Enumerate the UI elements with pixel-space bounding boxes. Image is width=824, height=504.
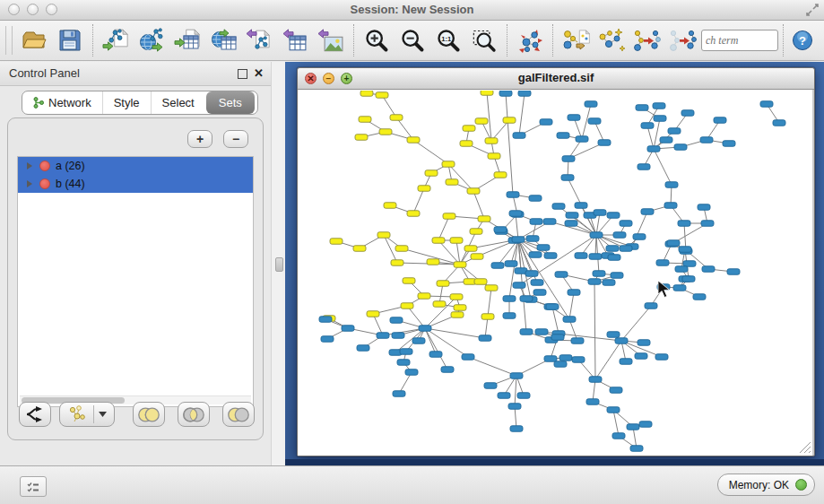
graph-node-blue[interactable] bbox=[638, 340, 650, 346]
graph-node-blue[interactable] bbox=[607, 213, 620, 219]
graph-node-blue[interactable] bbox=[546, 304, 559, 310]
graph-node-yellow[interactable] bbox=[367, 311, 379, 317]
graph-edge[interactable] bbox=[552, 307, 559, 334]
graph-edge[interactable] bbox=[647, 126, 654, 149]
graph-node-blue[interactable] bbox=[533, 290, 546, 296]
network-window-titlebar[interactable]: ✕ − + galFiltered.sif bbox=[298, 68, 814, 90]
graph-node-blue[interactable] bbox=[674, 144, 687, 151]
graph-node-yellow[interactable] bbox=[451, 312, 464, 318]
graph-node-blue[interactable] bbox=[357, 345, 369, 352]
graph-node-blue[interactable] bbox=[562, 156, 575, 162]
create-set-from-network-button[interactable] bbox=[59, 402, 115, 427]
graph-node-yellow[interactable] bbox=[407, 211, 420, 217]
network-graph[interactable] bbox=[298, 91, 812, 456]
graph-node-blue[interactable] bbox=[660, 137, 672, 143]
graph-node-blue[interactable] bbox=[606, 246, 619, 252]
graph-node-yellow[interactable] bbox=[425, 170, 438, 177]
graph-node-blue[interactable] bbox=[620, 359, 632, 365]
import-table-url-button[interactable] bbox=[206, 23, 240, 57]
graph-node-yellow[interactable] bbox=[481, 314, 494, 320]
graph-node-blue[interactable] bbox=[525, 271, 538, 277]
remove-set-button[interactable]: − bbox=[223, 130, 248, 148]
graph-node-blue[interactable] bbox=[441, 367, 454, 373]
graph-node-blue[interactable] bbox=[543, 219, 556, 225]
graph-node-yellow[interactable] bbox=[464, 246, 477, 252]
panel-divider[interactable] bbox=[271, 62, 286, 466]
graph-node-yellow[interactable] bbox=[460, 141, 473, 147]
graph-node-blue[interactable] bbox=[636, 105, 648, 111]
graph-node-yellow[interactable] bbox=[450, 294, 463, 300]
graph-node-yellow[interactable] bbox=[433, 301, 446, 308]
graph-node-blue[interactable] bbox=[510, 373, 523, 379]
graph-node-blue[interactable] bbox=[503, 296, 516, 302]
graph-node-blue[interactable] bbox=[630, 446, 643, 452]
graph-node-blue[interactable] bbox=[656, 260, 669, 266]
zoom-actual-size-button[interactable]: 1:1 bbox=[431, 23, 465, 57]
show-all-button[interactable] bbox=[666, 23, 700, 57]
graph-node-blue[interactable] bbox=[535, 329, 548, 335]
new-network-from-selection-button[interactable] bbox=[559, 23, 593, 57]
graph-node-blue[interactable] bbox=[603, 280, 615, 286]
graph-node-yellow[interactable] bbox=[443, 213, 455, 220]
zoom-window-button[interactable] bbox=[46, 4, 57, 15]
graph-node-blue[interactable] bbox=[585, 101, 597, 108]
graph-node-blue[interactable] bbox=[531, 280, 543, 286]
graph-node-blue[interactable] bbox=[526, 236, 539, 242]
split-set-button[interactable] bbox=[19, 402, 51, 427]
graph-node-blue[interactable] bbox=[610, 387, 622, 394]
graph-node-blue[interactable] bbox=[653, 103, 665, 109]
divider-handle[interactable] bbox=[275, 257, 283, 272]
graph-node-blue[interactable] bbox=[700, 137, 713, 143]
graph-node-yellow[interactable] bbox=[437, 281, 449, 287]
graph-node-yellow[interactable] bbox=[391, 260, 403, 266]
graph-node-blue[interactable] bbox=[668, 128, 681, 135]
close-panel-icon[interactable]: ✕ bbox=[254, 66, 264, 80]
graph-node-blue[interactable] bbox=[479, 335, 491, 342]
help-button[interactable]: ? bbox=[789, 23, 816, 57]
graph-node-yellow[interactable] bbox=[427, 259, 439, 265]
graph-node-blue[interactable] bbox=[571, 338, 584, 344]
graph-node-blue[interactable] bbox=[520, 296, 533, 302]
close-window-button[interactable] bbox=[8, 4, 20, 15]
graph-node-yellow[interactable] bbox=[376, 92, 388, 99]
graph-node-blue[interactable] bbox=[405, 369, 418, 376]
graph-edge[interactable] bbox=[407, 306, 425, 328]
float-panel-icon[interactable] bbox=[238, 69, 247, 79]
graph-node-blue[interactable] bbox=[393, 391, 405, 397]
graph-node-blue[interactable] bbox=[517, 393, 530, 399]
export-network-button[interactable] bbox=[242, 23, 276, 57]
graph-node-blue[interactable] bbox=[555, 272, 568, 278]
graph-node-blue[interactable] bbox=[529, 196, 542, 202]
graph-node-blue[interactable] bbox=[499, 91, 512, 96]
graph-node-blue[interactable] bbox=[679, 247, 691, 253]
graph-node-blue[interactable] bbox=[540, 119, 552, 126]
graph-node-blue[interactable] bbox=[510, 426, 523, 432]
graph-node-blue[interactable] bbox=[594, 210, 606, 216]
graph-node-yellow[interactable] bbox=[478, 216, 490, 222]
zoom-selected-region-button[interactable] bbox=[467, 23, 501, 57]
graph-edge[interactable] bbox=[438, 216, 449, 240]
set-row-a[interactable]: a (26) bbox=[18, 157, 253, 175]
graph-node-blue[interactable] bbox=[586, 399, 599, 405]
graph-node-blue[interactable] bbox=[575, 203, 587, 209]
graph-node-blue[interactable] bbox=[518, 91, 531, 96]
graph-node-blue[interactable] bbox=[673, 285, 686, 291]
graph-node-blue[interactable] bbox=[607, 332, 620, 338]
graph-node-blue[interactable] bbox=[683, 261, 696, 267]
graph-node-blue[interactable] bbox=[714, 117, 726, 124]
graph-node-yellow[interactable] bbox=[485, 138, 498, 144]
graph-node-blue[interactable] bbox=[627, 424, 639, 430]
add-set-button[interactable]: + bbox=[187, 130, 213, 148]
graph-node-blue[interactable] bbox=[572, 357, 585, 363]
graph-node-blue[interactable] bbox=[588, 279, 601, 285]
expander-triangle-icon[interactable] bbox=[27, 162, 32, 169]
graph-node-blue[interactable] bbox=[773, 120, 785, 126]
hide-selected-button[interactable] bbox=[630, 23, 664, 57]
graph-node-blue[interactable] bbox=[412, 338, 425, 344]
graph-node-yellow[interactable] bbox=[488, 153, 500, 160]
graph-node-yellow[interactable] bbox=[503, 117, 516, 124]
graph-node-blue[interactable] bbox=[620, 246, 632, 252]
graph-node-blue[interactable] bbox=[419, 326, 431, 332]
union-button[interactable] bbox=[133, 402, 165, 427]
graph-node-blue[interactable] bbox=[654, 116, 666, 122]
